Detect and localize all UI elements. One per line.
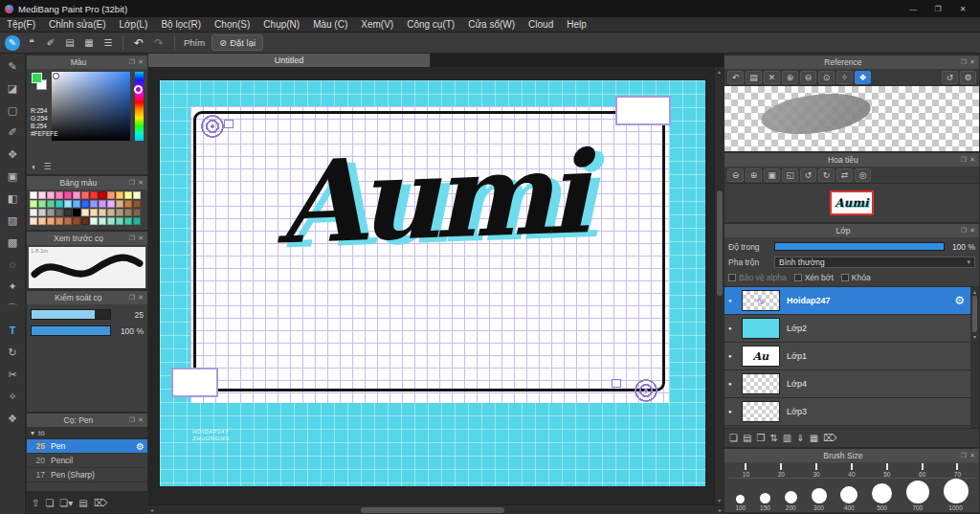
zoom-out-icon[interactable]: ⊖	[800, 71, 816, 84]
layer-row[interactable]: ●AuLớp1	[724, 343, 970, 370]
open-folder-icon[interactable]: ▤	[746, 71, 762, 84]
palette-swatch[interactable]	[30, 191, 37, 199]
settings-icon[interactable]: ⚙	[960, 71, 976, 84]
palette-swatch[interactable]	[124, 200, 132, 208]
palette-swatch[interactable]	[107, 209, 115, 216]
palette-swatch[interactable]	[81, 209, 89, 216]
brush-size-option[interactable]: 200	[785, 491, 797, 511]
palette-swatch[interactable]	[124, 217, 132, 225]
lock-checkbox[interactable]: Khóa	[841, 273, 871, 282]
palette-swatch[interactable]	[107, 217, 115, 225]
color-cursor[interactable]	[53, 73, 59, 79]
menu-item-8[interactable]: Xem(V)	[354, 19, 400, 30]
popout-icon[interactable]: ❐	[129, 179, 135, 187]
palette-swatch[interactable]	[133, 217, 141, 225]
visibility-dot-icon[interactable]: ●	[728, 409, 741, 414]
hue-cursor[interactable]	[134, 85, 143, 94]
brush-size-option[interactable]: 50	[883, 463, 890, 478]
palette-swatch[interactable]	[64, 217, 72, 225]
close-icon[interactable]: ✕	[138, 235, 144, 242]
flatten-icon[interactable]: ▦	[810, 433, 818, 443]
palette-swatch[interactable]	[47, 191, 55, 199]
palette-swatch[interactable]	[56, 200, 63, 208]
palette-swatch[interactable]	[47, 209, 55, 216]
popout-icon[interactable]: ❐	[961, 227, 967, 235]
comment-icon[interactable]: ❝	[24, 35, 39, 51]
hand-icon[interactable]: ❖	[855, 71, 871, 84]
eyedropper-icon[interactable]: ✧	[836, 71, 853, 84]
gear-icon[interactable]: ⚙	[136, 441, 145, 452]
pin-icon[interactable]: ⊙	[818, 71, 835, 84]
grid-icon[interactable]: ▦	[81, 35, 97, 51]
menu-item-3[interactable]: Lớp(L)	[113, 19, 155, 30]
maximize-button[interactable]: ❐	[925, 1, 950, 16]
hand-tool[interactable]: ❖	[3, 410, 23, 427]
menu-item-1[interactable]: Tệp(F)	[0, 19, 42, 30]
palette-swatch[interactable]	[30, 209, 37, 216]
dock-up-icon[interactable]: ⇧	[32, 498, 39, 508]
scroll-up-icon[interactable]: ▴	[716, 67, 723, 76]
layer-folder-icon[interactable]: ▥	[783, 433, 791, 443]
brush-size-option[interactable]: 1000	[944, 479, 969, 511]
pen-tool[interactable]: ✎	[3, 57, 23, 75]
layer-row[interactable]: ●∿Hoidap247⚙	[724, 287, 970, 315]
visibility-dot-icon[interactable]: ●	[728, 353, 741, 359]
color-wheel-icon[interactable]: ◐	[32, 162, 36, 171]
visibility-dot-icon[interactable]: ●	[728, 325, 741, 331]
menu-item-5[interactable]: Chọn(S)	[208, 19, 256, 30]
curve-tool[interactable]: ⌒	[3, 300, 23, 317]
palette-swatch[interactable]	[90, 191, 98, 199]
palette-swatch[interactable]	[99, 191, 106, 199]
palette-swatch[interactable]	[64, 209, 72, 216]
transform-tool[interactable]: ▣	[3, 168, 23, 185]
brush-panel-icon[interactable]: ✎	[5, 35, 20, 51]
layer-row[interactable]: ●Lớp2	[724, 315, 970, 343]
palette-swatch[interactable]	[116, 217, 123, 225]
menu-item-2[interactable]: Chỉnh sửa(E)	[42, 19, 113, 30]
horizontal-scroll-thumb[interactable]	[361, 507, 504, 513]
list-icon[interactable]: ☰	[100, 35, 116, 51]
magic-wand-tool[interactable]: ✦	[3, 278, 23, 295]
brush-size-option[interactable]: 700	[906, 480, 929, 511]
palette-swatch[interactable]	[47, 200, 55, 208]
brush-tool[interactable]: ✐	[3, 123, 23, 141]
text-tool[interactable]: T	[3, 322, 23, 339]
document-tab[interactable]: Untitled	[148, 54, 431, 67]
palette-swatch[interactable]	[30, 200, 37, 208]
saturation-square[interactable]	[52, 72, 130, 141]
flip-icon[interactable]: ⇄	[836, 168, 853, 182]
original-size-icon[interactable]: ◱	[782, 168, 798, 182]
undo-icon[interactable]: ↶	[130, 35, 147, 51]
palette-swatch[interactable]	[116, 209, 123, 216]
divide-tool[interactable]: ✂	[3, 366, 23, 383]
menu-item-9[interactable]: Công cụ(T)	[400, 19, 461, 30]
palette-swatch[interactable]	[81, 217, 89, 225]
reset-button[interactable]: ⊘ Đặt lại	[212, 34, 263, 51]
canvas-viewport[interactable]: Aumi HOIDAP247 ZHUONGNG	[148, 67, 714, 504]
brush-size-option[interactable]: 500	[872, 483, 892, 511]
clear-icon[interactable]: ✕	[764, 71, 780, 84]
palette-swatch[interactable]	[99, 200, 106, 208]
navigator-thumbnail[interactable]: Aumi	[830, 190, 874, 215]
brush-size-option[interactable]: 40	[848, 463, 855, 478]
scroll-down-icon[interactable]: ▾	[971, 332, 978, 341]
palette-swatch[interactable]	[124, 209, 132, 216]
close-icon[interactable]: ✕	[969, 227, 975, 235]
new-folder-icon[interactable]: ▤	[743, 433, 751, 443]
palette-swatch[interactable]	[64, 200, 72, 208]
layer-row[interactable]: ●Lớp4	[724, 370, 970, 398]
merge-down-icon[interactable]: ⇓	[796, 433, 804, 443]
palette-swatch[interactable]	[99, 217, 106, 225]
clipping-checkbox[interactable]: Xén bớt	[794, 273, 834, 282]
reference-canvas[interactable]	[724, 86, 979, 151]
close-icon[interactable]: ✕	[969, 156, 975, 164]
palette-swatch[interactable]	[38, 217, 46, 225]
color-sliders-icon[interactable]: ☰	[43, 162, 51, 171]
palette-swatch[interactable]	[90, 217, 98, 225]
brush-size-option[interactable]: 20	[778, 463, 785, 478]
alpha-protect-checkbox[interactable]: Bảo vệ alpha	[728, 273, 787, 282]
new-layer-icon[interactable]: ❏	[729, 433, 738, 443]
rotate-view-tool[interactable]: ↻	[3, 344, 23, 361]
gradient-tool[interactable]: ▨	[3, 212, 23, 229]
move-tool[interactable]: ✥	[3, 145, 23, 163]
